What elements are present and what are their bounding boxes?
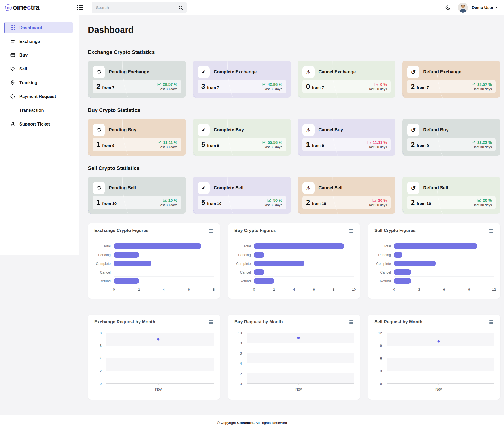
trend-up-icon: [262, 83, 266, 86]
stat-from: from 10: [417, 201, 431, 206]
y-tick-label: 4: [240, 361, 242, 365]
y-axis: 02468: [94, 333, 104, 384]
stat-from: from 10: [207, 201, 221, 206]
spinner-icon: [93, 182, 105, 194]
chart-menu-icon[interactable]: [489, 319, 494, 325]
x-tick-label: 2: [138, 288, 140, 292]
person-icon: [10, 121, 15, 127]
bar-category-label: Complete: [234, 259, 251, 268]
sidebar-item-payment-request[interactable]: Payment Request: [4, 91, 73, 102]
sidebar-item-sell[interactable]: Sell: [4, 63, 73, 75]
plot-band: [387, 333, 494, 346]
stat-period: last 30 days: [369, 145, 387, 149]
gridline: [106, 333, 214, 333]
sidebar-item-support-ticket[interactable]: Support Ticket: [4, 118, 73, 130]
dark-mode-moon-icon[interactable]: [445, 5, 451, 11]
sidebar-item-label: Transaction: [19, 108, 44, 113]
sidebar-item-tracking[interactable]: Tracking: [4, 77, 73, 88]
sidebar-item-exchange[interactable]: Exchange: [4, 35, 73, 47]
bar-total: [254, 243, 344, 249]
stat-percent: 0 %: [374, 82, 387, 87]
swap-arrows-icon: [10, 39, 15, 44]
copyright-text: © Copyright: [217, 421, 236, 425]
spinner-icon: [93, 66, 105, 78]
x-tick: [298, 384, 299, 385]
plot-band: [106, 346, 214, 358]
chart-menu-icon[interactable]: [349, 319, 354, 325]
stat-card-complete-buy: ✔Complete Buy 5from 9 55.56 %last 30 day…: [193, 119, 291, 156]
bar-category-label: Complete: [94, 259, 111, 268]
stat-summary: 5from 9 55.56 %last 30 days: [198, 138, 286, 151]
sidebar-item-dashboard[interactable]: Dashboard: [4, 22, 73, 33]
bar-category-label: Refund: [94, 277, 111, 285]
bar-category-label: Total: [94, 242, 111, 250]
gridline: [387, 333, 494, 333]
x-tick-label: Nov: [295, 387, 302, 391]
user-avatar[interactable]: [458, 3, 468, 13]
x-tick: [439, 384, 439, 385]
user-menu[interactable]: Demo User▼: [472, 5, 498, 10]
gridline: [247, 333, 354, 333]
sidebar-item-label: Tracking: [19, 80, 37, 85]
chart-title: Buy Request by Month: [234, 319, 283, 324]
sidebar-item-buy[interactable]: Buy: [4, 49, 73, 61]
trend-down-icon: [372, 199, 377, 202]
stat-summary: 5from 10 50 %last 30 days: [198, 196, 286, 209]
sidebar-item-label: Support Ticket: [19, 122, 50, 127]
stat-card-complete-sell: ✔Complete Sell 5from 10 50 %last 30 days: [193, 177, 291, 214]
trend-up-icon: [477, 199, 481, 202]
stat-value: 5: [201, 199, 205, 207]
stat-period: last 30 days: [369, 203, 387, 207]
tag-icon: [10, 66, 15, 71]
brand-logo[interactable]: c oinectra: [4, 3, 75, 12]
search-input[interactable]: [92, 2, 187, 13]
sidebar-toggle-icon[interactable]: [75, 3, 85, 12]
stat-from: from 7: [417, 85, 429, 90]
section-heading-exchange: Exchange Crypto Statistics: [88, 49, 500, 55]
chart-menu-icon[interactable]: [209, 319, 214, 325]
y-tick-label: 2: [100, 369, 102, 373]
bar-refund: [394, 278, 411, 284]
search-bar: [92, 2, 187, 13]
plot-band: [247, 373, 354, 383]
stat-summary: 1from 9 11.11 %last 30 days: [93, 138, 181, 151]
x-tick-label: Nov: [155, 387, 162, 391]
bar-chart-plot: [114, 242, 214, 285]
stat-title: Cancel Exchange: [319, 69, 356, 75]
y-tick-label: 10: [238, 331, 242, 335]
gridline: [106, 358, 214, 358]
y-tick-label: 9: [380, 344, 382, 348]
stat-title: Complete Sell: [214, 185, 243, 191]
scatter-plot: [387, 333, 494, 384]
stat-period: last 30 days: [265, 145, 282, 149]
x-tick: [158, 384, 159, 385]
stat-from: from 10: [102, 201, 117, 206]
check-icon: ✔: [198, 66, 210, 78]
stat-card-refund-sell: ↺Refund Sell 2from 10 20 %last 30 days: [402, 177, 500, 214]
chart-card-exchange-figures: Exchange Crypto Figures TotalPendingComp…: [88, 223, 220, 299]
chart-menu-icon[interactable]: [489, 228, 494, 234]
chart-menu-icon[interactable]: [209, 228, 214, 234]
sidebar-item-transaction[interactable]: Transaction: [4, 104, 73, 116]
exchange-stats-row: Pending Exchange 2from 7 28.57 %last 30 …: [88, 61, 500, 98]
bar-cancel: [394, 269, 411, 275]
stat-percent: 11.11 %: [367, 140, 387, 145]
bar-category-label: Refund: [374, 277, 391, 285]
top-header: c oinectra Demo User▼: [0, 0, 504, 15]
stat-card-cancel-buy: ⚠Cancel Buy 1from 9 11.11 %last 30 days: [298, 119, 396, 156]
x-tick-label: 6: [188, 288, 190, 292]
chart-menu-icon[interactable]: [349, 228, 354, 234]
gridline: [247, 373, 354, 373]
sidebar-nav: Dashboard Exchange Buy Sell Tracking Pay…: [0, 15, 79, 255]
sidebar-item-label: Sell: [19, 66, 27, 71]
sidebar-item-label: Payment Request: [19, 94, 56, 99]
stat-value: 2: [411, 83, 415, 91]
scatter-plot: [106, 333, 214, 384]
y-tick-label: 3: [380, 369, 382, 373]
grid-icon: [10, 25, 15, 30]
header-actions: Demo User▼: [445, 3, 498, 13]
stat-from: from 9: [417, 143, 429, 148]
stat-percent: 20 %: [477, 198, 492, 203]
search-icon[interactable]: [178, 5, 183, 10]
scatter-point: [297, 337, 300, 339]
